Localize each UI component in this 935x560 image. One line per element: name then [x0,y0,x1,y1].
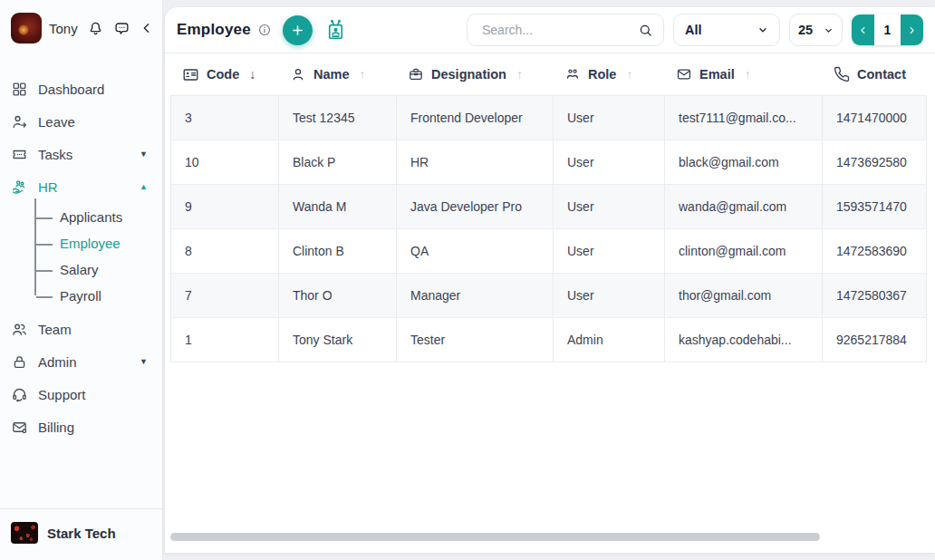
column-header-email[interactable]: Email ↑ [664,66,822,82]
info-icon[interactable] [257,23,272,37]
search-icon [638,23,653,38]
cell-email: clinton@gmail.com [665,229,823,273]
search-box [467,14,664,46]
user-icon [290,66,306,82]
cell-contact: 1593571470 [823,185,927,228]
cell-role: Admin [554,318,665,362]
notifications-button[interactable] [86,19,105,38]
toolbar: Employee [165,7,935,53]
cell-name: Wanda M [279,185,397,228]
column-header-code[interactable]: Code ↓ [170,66,278,83]
messages-button[interactable] [112,19,131,38]
sidebar-subitem-applicants[interactable]: Applicants [34,204,151,230]
dashboard-icon [11,81,28,98]
column-header-contact[interactable]: Contact [822,66,927,82]
cell-contact: 1473692580 [823,140,927,184]
subitem-label: Employee [60,236,120,251]
cell-name: Black P [279,140,397,184]
page-title: Employee [177,21,251,39]
add-employee-button[interactable] [283,15,313,45]
cell-designation: Manager [397,274,554,317]
sort-desc-icon: ↓ [249,67,255,82]
prev-page-button[interactable] [852,14,874,45]
filter-selected-value: All [685,23,702,37]
mail-icon [676,66,692,82]
chevron-left-icon [140,21,154,35]
user-name: Tony [49,21,79,36]
column-label: Name [313,67,350,82]
column-header-name[interactable]: Name ↑ [278,66,396,82]
sidebar-item-admin[interactable]: Admin ▼ [11,345,151,378]
sidebar-subitem-payroll[interactable]: Payroll [34,283,151,309]
sidebar-item-hr[interactable]: HR ▲ [11,170,151,203]
bell-icon [87,20,104,37]
sidebar-subitem-employee[interactable]: Employee [34,230,151,256]
chevron-down-icon: ▼ [140,357,151,366]
company-logo [11,522,38,544]
team-icon [11,321,28,338]
chat-icon [113,20,130,37]
cell-contact: 9265217884 [823,318,927,362]
collapse-sidebar-button[interactable] [139,20,155,36]
sidebar-header: Tony [0,0,162,51]
subitem-label: Salary [60,262,99,277]
page-size-select[interactable]: 25 [789,14,843,46]
employee-panel: Employee [165,7,935,553]
app-root: Tony Dashboard Leave Tasks [0,0,935,560]
column-header-designation[interactable]: Designation ↑ [396,66,553,82]
table-row[interactable]: 8 Clinton B QA User clinton@gmail.com 14… [170,229,927,274]
cell-email: test7111@gmail.co... [665,96,823,140]
leave-icon [11,113,28,130]
cell-code: 9 [171,185,279,228]
sidebar-item-tasks[interactable]: Tasks ▼ [11,138,151,170]
column-label: Designation [431,67,506,82]
sidebar-item-support[interactable]: Support [11,378,151,410]
page-size-value: 25 [798,23,813,37]
sidebar-item-label: Admin [38,354,77,370]
cell-name: Clinton B [279,229,397,273]
table-row[interactable]: 9 Wanda M Java Developer Pro User wanda@… [170,185,927,229]
sidebar-item-leave[interactable]: Leave [11,105,151,138]
column-header-role[interactable]: Role ↑ [553,66,664,82]
briefcase-icon [408,66,424,82]
sidebar-item-label: HR [38,179,58,195]
table-body: 3 Test 12345 Frontend Developer User tes… [170,96,927,362]
toolbar-left: Employee [177,15,348,45]
toolbar-right: All 25 1 [467,14,923,46]
sidebar-item-dashboard[interactable]: Dashboard [11,72,151,105]
search-input[interactable] [480,22,638,38]
column-label: Role [588,67,616,82]
sidebar-item-label: Dashboard [38,82,104,97]
cell-code: 1 [171,318,279,362]
headset-icon [11,386,28,403]
column-label: Code [207,67,239,82]
tasks-icon [11,146,28,163]
id-card-icon [182,66,199,83]
cell-role: User [554,229,665,273]
table-row[interactable]: 7 Thor O Manager User thor@gmail.com 147… [170,274,927,318]
id-badge-icon [323,16,348,43]
id-badge-button[interactable] [323,16,348,43]
table-row[interactable]: 10 Black P HR User black@gmail.com 14736… [170,140,927,185]
cell-email: kashyap.codehabi... [665,318,823,362]
horizontal-scrollbar[interactable] [170,533,820,541]
chevron-up-icon: ▲ [140,182,151,191]
users-icon [564,66,581,82]
cell-name: Tony Stark [279,318,397,362]
sidebar-item-billing[interactable]: Billing [11,410,151,443]
next-page-button[interactable] [901,14,923,45]
sort-asc-icon: ↑ [360,67,366,82]
hr-submenu: Applicants Employee Salary Payroll [34,204,151,309]
table-row[interactable]: 3 Test 12345 Frontend Developer User tes… [170,96,927,140]
cell-role: User [554,140,665,184]
table-row[interactable]: 1 Tony Stark Tester Admin kashyap.codeha… [170,318,927,362]
sidebar-subitem-salary[interactable]: Salary [34,256,151,283]
filter-select[interactable]: All [673,14,780,46]
sort-asc-icon: ↑ [516,67,523,82]
cell-role: User [554,185,665,228]
phone-icon [834,66,850,82]
sidebar-item-team[interactable]: Team [11,313,151,345]
cell-designation: HR [397,140,554,184]
cell-email: thor@gmail.com [665,274,823,317]
user-avatar[interactable] [11,13,42,43]
